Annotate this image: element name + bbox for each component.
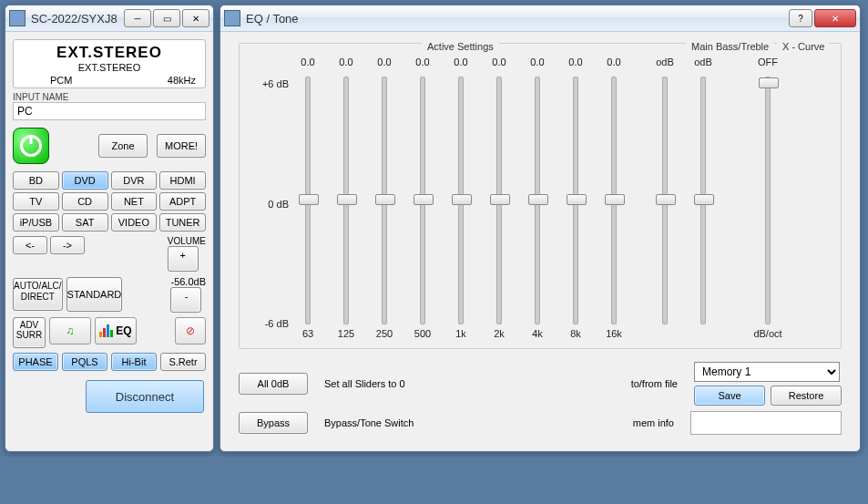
help-button[interactable]: ?	[789, 9, 812, 27]
sretr-button[interactable]: S.Retr	[160, 353, 206, 371]
next-button[interactable]: ->	[50, 236, 85, 254]
source-bd[interactable]: BD	[13, 171, 59, 190]
eq-slider[interactable]	[573, 77, 578, 324]
slider-thumb[interactable]	[375, 194, 395, 205]
source-dvd[interactable]: DVD	[62, 171, 108, 190]
source-adpt[interactable]: ADPT	[159, 192, 206, 211]
eq-band-sliders: 0.0630.01250.02500.05000.01k0.02k0.04k0.…	[289, 47, 633, 339]
titlebar[interactable]: SC-2022/SYXJ8 ─ ▭ ✕	[5, 5, 213, 32]
disconnect-button[interactable]: Disconnect	[86, 380, 204, 413]
eq-bars-icon	[99, 324, 113, 337]
slider-thumb[interactable]	[694, 194, 714, 205]
slider-thumb[interactable]	[656, 194, 676, 205]
memory-select[interactable]: Memory 1	[694, 362, 840, 382]
close-button[interactable]: ✕	[182, 9, 209, 27]
band-value: 0.0	[289, 47, 327, 67]
power-icon	[20, 135, 42, 157]
slider-thumb[interactable]	[528, 194, 548, 205]
slider-thumb[interactable]	[759, 77, 779, 88]
eq-button[interactable]: EQ	[95, 317, 137, 345]
tone-freq	[646, 324, 684, 328]
input-name-field[interactable]	[13, 102, 206, 120]
source-cd[interactable]: CD	[62, 192, 108, 211]
slider-thumb[interactable]	[605, 194, 625, 205]
slider-thumb[interactable]	[567, 194, 587, 205]
source-ipusb[interactable]: iP/USB	[13, 213, 59, 231]
tone-value: odB	[646, 47, 684, 67]
source-dvr[interactable]: DVR	[111, 171, 158, 190]
eq-slider[interactable]	[343, 77, 349, 324]
zone-button[interactable]: Zone	[98, 134, 148, 158]
band-freq: 1k	[442, 324, 480, 339]
eq-band-250: 0.0250	[365, 47, 403, 339]
music-note-icon: ♫	[66, 324, 75, 337]
hibit-button[interactable]: Hi-Bit	[111, 353, 157, 371]
titlebar[interactable]: EQ / Tone ? ✕	[220, 5, 860, 32]
slider-thumb[interactable]	[337, 194, 357, 205]
power-button[interactable]	[13, 128, 49, 164]
minimize-button[interactable]: ─	[124, 9, 151, 27]
cancel-icon: ⊘	[186, 324, 195, 337]
mode-label: EXT.STEREO	[14, 44, 205, 62]
volume-up-button[interactable]: +	[168, 246, 199, 272]
eq-band-500: 0.0500	[403, 47, 442, 339]
music-preset-button[interactable]: ♫	[49, 317, 91, 345]
more-button[interactable]: MORE!	[157, 134, 206, 158]
band-freq: 63	[289, 324, 327, 339]
y-mid-label: 0 dB	[247, 199, 289, 210]
codec-label: PCM	[50, 75, 72, 86]
eq-slider[interactable]	[611, 77, 617, 324]
eq-band-63: 0.063	[289, 47, 327, 339]
eq-slider[interactable]	[305, 77, 311, 324]
eq-slider[interactable]	[535, 77, 540, 324]
volume-label: VOLUME	[168, 236, 206, 246]
app-icon	[224, 10, 240, 26]
eq-slider[interactable]	[420, 77, 425, 324]
band-value: 0.0	[442, 47, 480, 67]
maximize-button[interactable]: ▭	[153, 9, 180, 27]
adv-surr-button[interactable]: ADV SURR	[13, 317, 46, 348]
phase-button[interactable]: PHASE	[13, 353, 58, 371]
source-sat[interactable]: SAT	[62, 213, 108, 231]
source-hdmi[interactable]: HDMI	[159, 171, 206, 190]
eq-slider[interactable]	[382, 77, 387, 324]
slider-thumb[interactable]	[299, 194, 319, 205]
band-freq: 500	[403, 324, 442, 339]
bypass-button[interactable]: Bypass	[239, 412, 308, 434]
xcurve-slider-group: OFF dB/oct	[735, 47, 801, 339]
xcurve-slider[interactable]	[765, 77, 771, 324]
tone-slider[interactable]	[662, 77, 668, 324]
mode-sublabel: EXT.STEREO	[14, 62, 205, 73]
source-tv[interactable]: TV	[13, 192, 59, 211]
slider-thumb[interactable]	[452, 194, 472, 205]
tone-slider[interactable]	[700, 77, 706, 324]
source-grid: BD DVD DVR HDMI TV CD NET ADPT iP/USB SA…	[13, 171, 206, 231]
eq-slider[interactable]	[458, 77, 464, 324]
standard-button[interactable]: STANDARD	[66, 277, 123, 312]
source-tuner[interactable]: TUNER	[159, 213, 206, 231]
save-button[interactable]: Save	[694, 386, 765, 406]
volume-down-button[interactable]: -	[170, 287, 201, 313]
restore-button[interactable]: Restore	[771, 386, 842, 406]
mem-info-field[interactable]	[690, 411, 842, 435]
band-value: 0.0	[327, 47, 365, 67]
source-net[interactable]: NET	[111, 192, 158, 211]
pqls-button[interactable]: PQLS	[62, 353, 107, 371]
auto-alc-direct-button[interactable]: AUTO/ALC/ DIRECT	[13, 278, 63, 311]
eq-slider[interactable]	[496, 77, 502, 324]
xcurve-value: OFF	[735, 47, 801, 67]
all-0db-button[interactable]: All 0dB	[239, 373, 308, 395]
source-video[interactable]: VIDEO	[111, 213, 158, 231]
eq-panel: Active Settings Main Bass/Treble X - Cur…	[239, 43, 842, 349]
prev-button[interactable]: <-	[13, 236, 47, 254]
band-value: 0.0	[595, 47, 633, 67]
eq-tone-window: EQ / Tone ? ✕ Active Settings Main Bass/…	[220, 5, 861, 452]
slider-thumb[interactable]	[414, 194, 434, 205]
slider-thumb[interactable]	[490, 194, 510, 205]
cancel-button[interactable]: ⊘	[175, 317, 206, 345]
tone-freq	[684, 324, 722, 328]
close-button[interactable]: ✕	[814, 9, 856, 27]
tone-value: odB	[684, 47, 722, 67]
band-freq: 250	[365, 324, 403, 339]
all-0db-desc: Set all Sliders to 0	[324, 378, 405, 389]
